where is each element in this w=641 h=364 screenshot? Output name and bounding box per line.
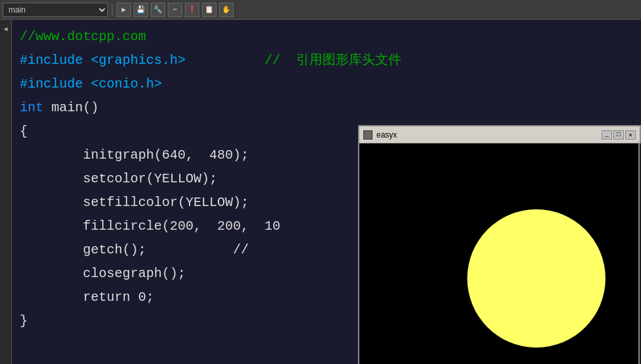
code-text: } [20, 309, 28, 333]
code-wrapper: //www.dotcpp.com #include <graphics.h> /… [12, 20, 641, 364]
code-text: getch(); // [20, 238, 249, 262]
code-text: // 引用图形库头文件 [265, 49, 401, 72]
easyx-titlebar: easyx _ □ ✕ [358, 125, 641, 143]
code-text [186, 49, 265, 72]
save-button[interactable]: 💾 [134, 3, 148, 17]
run-button[interactable]: ▶ [116, 3, 131, 17]
hand-button[interactable]: ✋ [219, 3, 234, 17]
code-text: setfillcolor(YELLOW); [20, 191, 249, 215]
code-text: main() [43, 96, 99, 120]
code-line-4: int main() [20, 96, 633, 120]
code-keyword: int [20, 96, 43, 120]
cut-button[interactable]: ✂ [168, 3, 182, 17]
copy-button[interactable]: 📋 [202, 3, 217, 17]
code-text: initgraph(640, 480); [20, 143, 249, 167]
toolbar: main ▶ 💾 🔧 ✂ ❗ 📋 ✋ [0, 0, 641, 20]
toolbar-separator-1 [112, 4, 113, 16]
gutter-arrow: ◀ [3, 25, 7, 33]
code-line-2: #include <graphics.h> // 引用图形库头文件 [20, 49, 633, 72]
ide-container: main ▶ 💾 🔧 ✂ ❗ 📋 ✋ ◀ //www.dotcpp.com #i… [0, 0, 641, 364]
close-button[interactable]: ✕ [625, 130, 636, 140]
code-text: #include <conio.h> [20, 72, 162, 96]
minimize-button[interactable]: _ [602, 130, 612, 140]
function-select[interactable]: main [3, 3, 108, 17]
error-button[interactable]: ❗ [185, 3, 199, 17]
code-text: closegraph(); [20, 262, 186, 286]
easyx-title: easyx [376, 130, 397, 140]
yellow-circle [467, 209, 605, 348]
build-button[interactable]: 🔧 [151, 3, 165, 17]
maximize-button[interactable]: □ [613, 130, 624, 140]
code-text: fillcircle(200, 200, 10 [20, 215, 280, 238]
code-text: #include <graphics.h> [20, 49, 186, 72]
left-gutter: ◀ [0, 20, 12, 364]
easyx-canvas [358, 143, 640, 364]
code-text: //www.dotcpp.com [20, 25, 146, 49]
easyx-app-icon [363, 130, 372, 140]
code-text: { [20, 120, 28, 143]
code-text: setcolor(YELLOW); [20, 167, 217, 191]
code-line-1: //www.dotcpp.com [20, 25, 633, 49]
main-area: ◀ //www.dotcpp.com #include <graphics.h>… [0, 20, 641, 364]
code-text: return 0; [20, 286, 154, 309]
code-line-3: #include <conio.h> [20, 72, 633, 96]
easyx-window[interactable]: easyx _ □ ✕ [358, 125, 641, 364]
